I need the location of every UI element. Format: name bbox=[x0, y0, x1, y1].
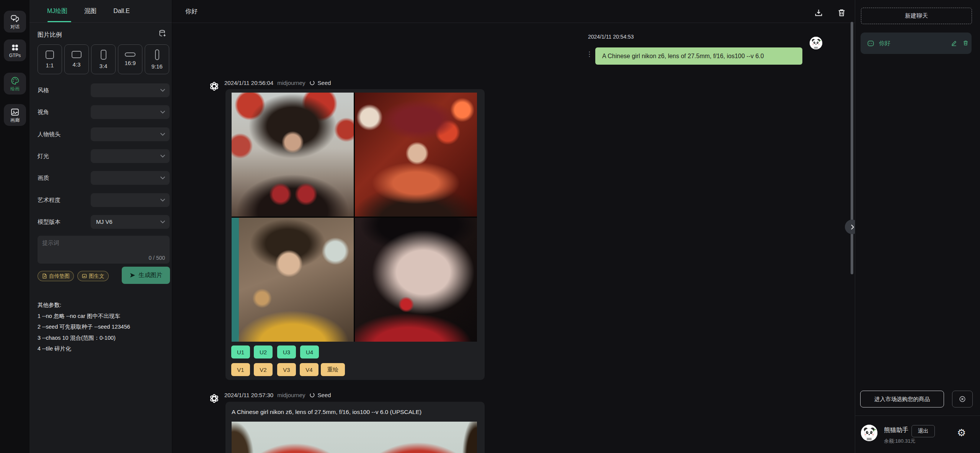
chat-history-item[interactable]: 你好 bbox=[861, 33, 972, 54]
upscale-4-button[interactable]: U4 bbox=[300, 345, 319, 358]
artistry-select[interactable] bbox=[91, 193, 170, 207]
message-menu-icon[interactable]: ⋮ bbox=[586, 50, 593, 58]
bot-message-header: 2024/1/11 20:56:04 midjourney Seed bbox=[224, 78, 331, 87]
control-panel: MJ绘图 混图 Dall.E 图片比例 1:1 4:3 3:4 1 bbox=[29, 0, 172, 453]
new-chat-button[interactable]: 新建聊天 bbox=[861, 8, 972, 24]
angle-field-label: 视角 bbox=[38, 105, 49, 119]
model-select[interactable]: MJ V6 bbox=[91, 215, 170, 229]
file-add-icon bbox=[42, 273, 47, 279]
angle-select[interactable] bbox=[91, 105, 170, 119]
ratio-16-9-button[interactable]: 16:9 bbox=[118, 44, 142, 74]
trash-icon[interactable] bbox=[837, 8, 846, 18]
ratio-1-1-button[interactable]: 1:1 bbox=[38, 44, 62, 74]
upscale-result-card: A Chinese girl nikon z6, lens of 27.5mm,… bbox=[225, 402, 485, 453]
seed-circle-icon bbox=[309, 392, 315, 398]
seed-button[interactable]: Seed bbox=[309, 392, 331, 398]
params-line: 2 --seed 可先获取种子 --seed 123456 bbox=[38, 321, 130, 332]
generated-image-4[interactable] bbox=[355, 218, 477, 342]
divider bbox=[855, 416, 980, 416]
ratio-1-1-glyph bbox=[46, 51, 54, 59]
image-grid bbox=[232, 93, 477, 342]
sidebar-item-label: GTPs bbox=[9, 53, 21, 58]
ratio-4-3-button[interactable]: 4:3 bbox=[64, 44, 89, 74]
settings-icon[interactable]: ⚙ bbox=[957, 428, 966, 438]
chevron-down-icon bbox=[160, 131, 166, 137]
app: 对话 GTPs 绘画 画廊 MJ绘图 混图 Dall.E 图片比例 bbox=[0, 0, 980, 453]
generated-image-2[interactable] bbox=[355, 93, 477, 217]
chat-header: 你好 bbox=[172, 0, 855, 23]
panda-avatar-icon bbox=[861, 425, 877, 441]
variation-1-button[interactable]: V1 bbox=[231, 363, 250, 376]
sidebar-item-label: 画廊 bbox=[10, 118, 20, 122]
artistry-field-label: 艺术程度 bbox=[38, 193, 60, 207]
openai-logo-icon bbox=[208, 392, 220, 405]
seed-label: Seed bbox=[318, 80, 331, 86]
edit-icon[interactable] bbox=[951, 40, 957, 46]
ratio-label: 4:3 bbox=[73, 61, 81, 68]
download-icon[interactable] bbox=[814, 8, 823, 18]
upscale-3-button[interactable]: U3 bbox=[277, 345, 296, 358]
model-select-value: MJ V6 bbox=[96, 215, 113, 229]
sidebar-item-gallery[interactable]: 画廊 bbox=[4, 104, 26, 126]
seed-button[interactable]: Seed bbox=[309, 80, 331, 86]
logout-button[interactable]: 退出 bbox=[911, 425, 935, 437]
user-message-bubble: A Chinese girl nikon z6, lens of 27.5mm,… bbox=[595, 47, 802, 65]
shot-select[interactable] bbox=[91, 127, 170, 141]
market-button[interactable]: 进入市场选购您的商品 bbox=[860, 391, 944, 407]
prompt-area: 0 / 500 bbox=[38, 236, 170, 264]
chevron-down-icon bbox=[160, 153, 166, 159]
user-message-time: 2024/1/11 20:54:53 bbox=[588, 34, 634, 40]
image-text-icon bbox=[82, 273, 87, 279]
chat-history-title: 你好 bbox=[879, 33, 890, 54]
quality-select[interactable] bbox=[91, 171, 170, 185]
lighting-select[interactable] bbox=[91, 149, 170, 163]
variation-4-button[interactable]: V4 bbox=[300, 363, 318, 376]
circle-x-icon bbox=[959, 395, 966, 403]
sidebar-item-draw[interactable]: 绘画 bbox=[4, 73, 26, 95]
active-tab-underline bbox=[47, 21, 71, 22]
chat-title: 你好 bbox=[185, 0, 198, 23]
ratio-16-9-glyph bbox=[125, 52, 136, 57]
left-nav: 对话 GTPs 绘画 画廊 bbox=[0, 0, 29, 453]
image-to-text-label: 图生文 bbox=[89, 273, 105, 280]
upscale-1-button[interactable]: U1 bbox=[231, 345, 250, 358]
sidebar-item-chat[interactable]: 对话 bbox=[4, 11, 26, 33]
generate-image-button[interactable]: 生成图片 bbox=[122, 267, 170, 284]
account-balance: 余额:180.31元 bbox=[884, 438, 915, 445]
chat-scrollbar[interactable] bbox=[851, 22, 853, 274]
preset-save-icon[interactable] bbox=[158, 29, 167, 38]
upscale-2-button[interactable]: U2 bbox=[254, 345, 273, 358]
dismiss-button[interactable] bbox=[952, 391, 973, 407]
tab-dalle[interactable]: Dall.E bbox=[113, 8, 130, 15]
params-line: 3 --chaos 10 混合(范围：0-100) bbox=[38, 332, 130, 344]
redraw-button[interactable]: 重绘 bbox=[321, 363, 345, 376]
ratio-9-16-button[interactable]: 9:16 bbox=[145, 44, 169, 74]
tab-blend[interactable]: 混图 bbox=[84, 7, 96, 15]
tab-mj-draw[interactable]: MJ绘图 bbox=[47, 7, 67, 15]
variation-2-button[interactable]: V2 bbox=[254, 363, 273, 376]
openai-logo-icon bbox=[208, 80, 220, 93]
ratio-section-title: 图片比例 bbox=[38, 31, 62, 39]
upload-base-image-button[interactable]: 自传垫图 bbox=[38, 271, 74, 281]
message-square-icon bbox=[867, 40, 874, 47]
image-to-text-button[interactable]: 图生文 bbox=[77, 271, 109, 281]
upscaled-image[interactable] bbox=[232, 422, 477, 453]
model-field-label: 模型版本 bbox=[38, 215, 60, 229]
upscale-prompt-text: A Chinese girl nikon z6, lens of 27.5mm,… bbox=[232, 409, 421, 416]
variation-3-button[interactable]: V3 bbox=[277, 363, 296, 376]
style-select[interactable] bbox=[91, 83, 170, 97]
chat-bubbles-icon bbox=[10, 14, 20, 23]
bot-message-time: 2024/1/11 20:57:30 bbox=[224, 392, 273, 398]
ratio-label: 9:16 bbox=[151, 63, 162, 70]
grid-dots-icon bbox=[10, 43, 20, 52]
generated-image-3[interactable] bbox=[232, 218, 354, 342]
ratio-label: 3:4 bbox=[100, 63, 108, 69]
sidebar-item-gtps[interactable]: GTPs bbox=[4, 39, 26, 61]
ratio-4-3-glyph bbox=[72, 51, 82, 58]
generate-image-label: 生成图片 bbox=[139, 271, 162, 279]
generated-image-1[interactable] bbox=[232, 93, 354, 217]
trash-icon[interactable] bbox=[962, 40, 969, 46]
upload-base-image-label: 自传垫图 bbox=[49, 273, 70, 280]
seed-label: Seed bbox=[318, 392, 331, 398]
ratio-3-4-button[interactable]: 3:4 bbox=[91, 44, 116, 74]
